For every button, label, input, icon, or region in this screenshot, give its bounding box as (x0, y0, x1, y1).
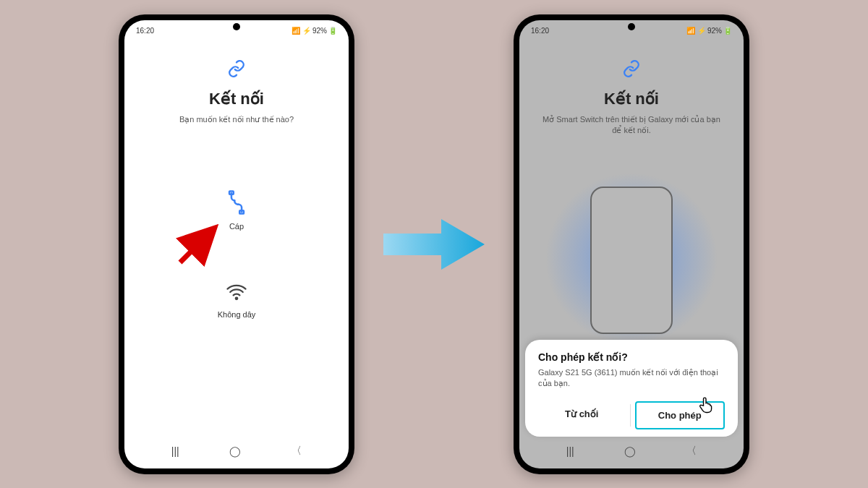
deny-button[interactable]: Từ chối (538, 401, 626, 429)
status-right: 📶 ⚡92%🔋 (292, 27, 337, 35)
page-title: Kết nối (604, 90, 659, 108)
radar-graphic (534, 187, 729, 334)
allow-button[interactable]: Cho phép (635, 401, 726, 429)
page-subtitle: Mở Smart Switch trên thiết bị Galaxy mới… (534, 114, 729, 137)
nav-home[interactable]: ◯ (624, 445, 636, 457)
cable-icon (224, 190, 249, 218)
status-time: 16:20 (531, 27, 549, 35)
option-cable[interactable]: Cáp (224, 190, 249, 231)
divider (630, 404, 631, 427)
link-icon (227, 59, 246, 81)
nav-recents[interactable]: ||| (566, 445, 574, 457)
nav-back[interactable]: 〈 (686, 445, 697, 458)
svg-marker-5 (383, 219, 485, 270)
nav-bar: ||| ◯ 〈 (124, 438, 349, 468)
page-title: Kết nối (209, 90, 264, 108)
status-time: 16:20 (136, 27, 154, 35)
nav-home[interactable]: ◯ (229, 445, 241, 457)
dialog-title: Cho phép kết nối? (538, 351, 725, 363)
svg-point-2 (236, 297, 238, 299)
link-icon (622, 59, 641, 81)
device-right: 16:20 📶 ⚡92%🔋 Kết nối Mở Smart Switch tr… (514, 14, 749, 474)
permission-dialog: Cho phép kết nối? Galaxy S21 5G (3611) m… (525, 340, 738, 437)
wifi-icon (226, 281, 247, 306)
option-wireless[interactable]: Không dây (218, 281, 256, 319)
option-wireless-label: Không dây (218, 310, 256, 319)
device-left: 16:20 📶 ⚡92%🔋 Kết nối Bạn muốn kết nối n… (119, 14, 354, 474)
nav-back[interactable]: 〈 (292, 445, 302, 458)
status-right: 📶 ⚡92%🔋 (686, 27, 732, 35)
dialog-body: Galaxy S21 5G (3611) muốn kết nối với đi… (538, 367, 725, 390)
nav-recents[interactable]: ||| (171, 445, 179, 457)
camera-punch-hole (233, 23, 240, 30)
option-cable-label: Cáp (229, 222, 244, 231)
page-subtitle: Bạn muốn kết nối như thế nào? (172, 114, 301, 125)
transition-arrow-icon (383, 215, 485, 273)
camera-punch-hole (628, 23, 635, 30)
nav-bar: ||| ◯ 〈 (519, 438, 744, 468)
phone-outline-icon (590, 187, 673, 334)
